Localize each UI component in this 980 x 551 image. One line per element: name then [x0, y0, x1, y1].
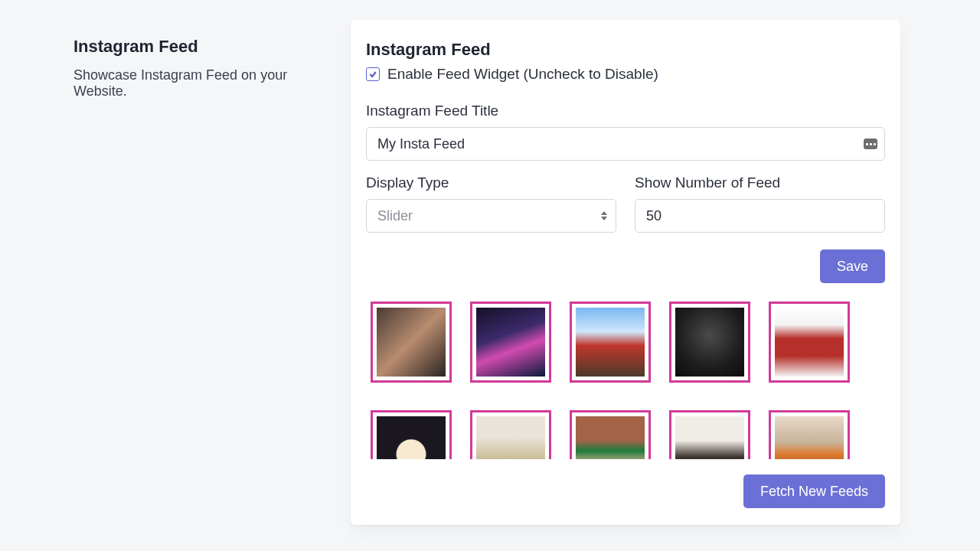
feed-thumbnail[interactable] — [371, 302, 452, 383]
feed-thumbnail[interactable] — [769, 410, 850, 459]
enable-feed-label: Enable Feed Widget (Uncheck to Disable) — [387, 66, 658, 83]
enable-feed-checkbox[interactable] — [366, 67, 380, 81]
display-type-select[interactable] — [366, 199, 616, 233]
page-description: Showcase Instagram Feed on your Website. — [74, 67, 332, 99]
feed-thumbnail[interactable] — [470, 302, 551, 383]
feed-thumbnail[interactable] — [570, 410, 651, 459]
check-icon — [368, 70, 377, 79]
feed-title-input[interactable] — [366, 127, 885, 161]
feed-title-label: Instagram Feed Title — [366, 103, 885, 119]
page-title: Instagram Feed — [74, 37, 332, 57]
settings-card: Instagram Feed Enable Feed Widget (Unche… — [351, 20, 900, 525]
card-title: Instagram Feed — [366, 40, 885, 60]
feed-thumbnail[interactable] — [769, 302, 850, 383]
feed-thumbnail[interactable] — [470, 410, 551, 459]
feed-thumbnail-grid — [366, 302, 885, 459]
feed-count-input[interactable] — [635, 199, 885, 233]
feed-count-label: Show Number of Feed — [635, 174, 885, 191]
display-type-label: Display Type — [366, 174, 616, 191]
feed-thumbnail[interactable] — [371, 410, 452, 459]
save-button[interactable]: Save — [820, 249, 885, 283]
feed-thumbnail[interactable] — [570, 302, 651, 383]
fetch-new-feeds-button[interactable]: Fetch New Feeds — [743, 474, 885, 508]
feed-thumbnail[interactable] — [669, 302, 750, 383]
feed-thumbnail[interactable] — [669, 410, 750, 459]
